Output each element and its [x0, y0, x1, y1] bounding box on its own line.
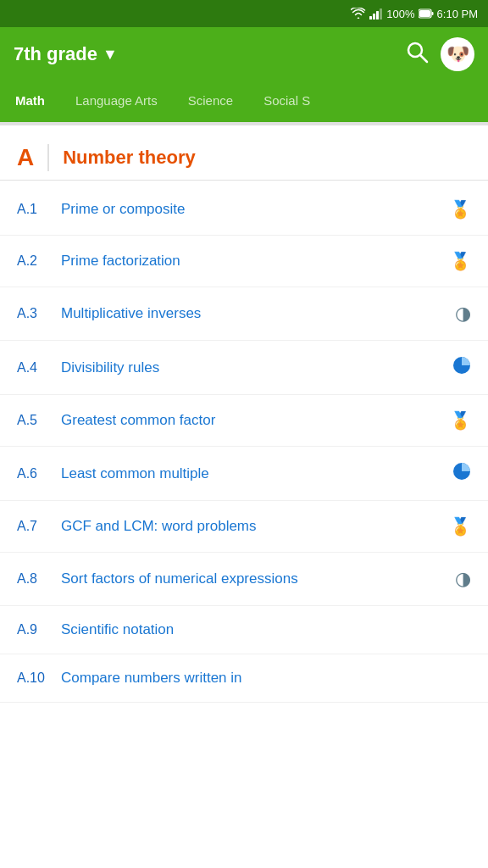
tab-social-studies[interactable]: Social S	[248, 81, 325, 120]
item-code: A.4	[17, 360, 61, 376]
tab-science[interactable]: Science	[173, 81, 248, 120]
svg-rect-2	[376, 11, 379, 19]
item-code: A.7	[17, 519, 61, 534]
avatar-image: 🐶	[446, 43, 469, 65]
list-item[interactable]: A.1 Prime or composite 🏅	[0, 184, 488, 236]
list-item[interactable]: A.7 GCF and LCM: word problems 🏅	[0, 501, 488, 553]
item-code: A.1	[17, 202, 61, 217]
item-code: A.6	[17, 466, 61, 481]
user-avatar[interactable]: 🐶	[441, 37, 474, 71]
time-display: 6:10 PM	[437, 8, 478, 20]
tab-bar: Math Language Arts Science Social S	[0, 81, 488, 122]
content-area: A Number theory A.1 Prime or composite 🏅…	[0, 125, 488, 703]
item-label: GCF and LCM: word problems	[61, 518, 445, 535]
svg-line-8	[420, 55, 427, 62]
tab-language-arts[interactable]: Language Arts	[60, 81, 173, 120]
item-badge: 🏅	[450, 251, 471, 271]
item-badge: 🏅	[450, 410, 471, 431]
status-bar: 100% 6:10 PM	[0, 0, 488, 27]
battery-percent: 100%	[386, 8, 414, 20]
item-label: Sort factors of numerical expressions	[61, 570, 450, 587]
item-label: Scientific notation	[61, 621, 471, 638]
list-item[interactable]: A.4 Divisibility rules	[0, 341, 488, 395]
item-code: A.8	[17, 571, 61, 587]
svg-rect-6	[431, 12, 433, 15]
item-label: Least common multiple	[61, 465, 447, 482]
list-item[interactable]: A.2 Prime factorization 🏅	[0, 236, 488, 287]
list-item[interactable]: A.10 Compare numbers written in	[0, 654, 488, 703]
item-label: Prime or composite	[61, 201, 445, 218]
item-label: Divisibility rules	[61, 359, 447, 376]
wifi-icon	[351, 8, 366, 19]
svg-rect-1	[373, 14, 375, 19]
list-item[interactable]: A.8 Sort factors of numerical expression…	[0, 553, 488, 606]
search-button[interactable]	[405, 40, 429, 70]
item-code: A.10	[17, 670, 61, 686]
section-letter: A	[17, 144, 34, 171]
app-header: 7th grade ▼ 🐶	[0, 27, 488, 81]
item-badge: 🏅	[450, 516, 471, 537]
item-badge: ◑	[455, 568, 471, 590]
item-code: A.2	[17, 253, 61, 269]
section-header-divider	[47, 144, 49, 171]
item-badge: ◑	[455, 303, 471, 325]
item-label: Compare numbers written in	[61, 670, 471, 687]
section-title: Number theory	[63, 147, 195, 169]
item-badge	[452, 356, 471, 379]
item-label: Prime factorization	[61, 253, 445, 270]
section-header: A Number theory	[0, 125, 488, 181]
item-badge: 🏅	[450, 199, 471, 220]
list-item[interactable]: A.6 Least common multiple	[0, 447, 488, 501]
battery-icon	[419, 8, 434, 19]
svg-rect-5	[419, 10, 430, 17]
item-code: A.5	[17, 413, 61, 428]
list-item[interactable]: A.5 Greatest common factor 🏅	[0, 395, 488, 447]
header-right: 🐶	[405, 37, 474, 71]
grade-title[interactable]: 7th grade	[14, 43, 97, 65]
item-code: A.3	[17, 306, 61, 321]
item-code: A.9	[17, 622, 61, 637]
tab-math[interactable]: Math	[0, 81, 60, 120]
grade-dropdown-icon[interactable]: ▼	[103, 46, 118, 64]
svg-rect-0	[369, 16, 372, 19]
svg-rect-3	[380, 8, 382, 19]
signal-icon	[369, 8, 383, 19]
status-icons: 100% 6:10 PM	[351, 8, 478, 20]
item-label: Greatest common factor	[61, 412, 445, 429]
list-item[interactable]: A.9 Scientific notation	[0, 606, 488, 654]
item-label: Multiplicative inverses	[61, 305, 450, 322]
list-item[interactable]: A.3 Multiplicative inverses ◑	[0, 287, 488, 341]
item-badge	[452, 462, 471, 485]
header-left: 7th grade ▼	[14, 43, 118, 65]
